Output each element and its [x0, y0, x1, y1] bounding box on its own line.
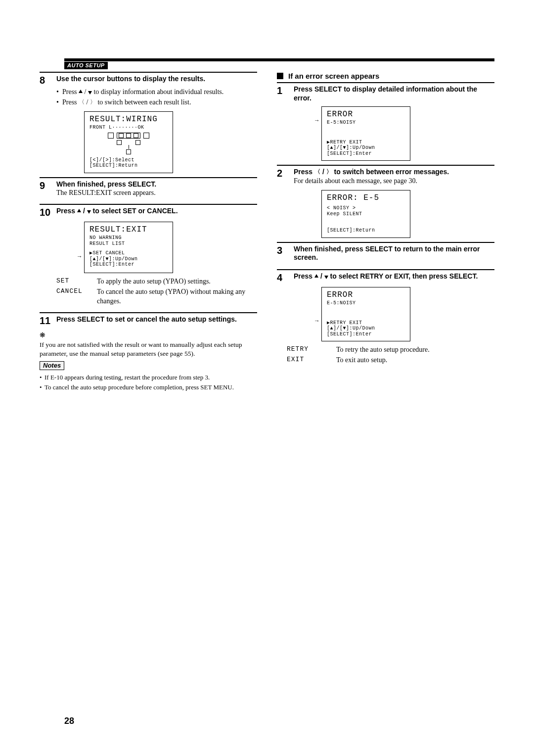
term-desc: To cancel the auto setup (YPAO) without … [97, 287, 257, 306]
left-column: 8 Use the cursor buttons to display the … [40, 72, 257, 392]
speaker-diagram [89, 133, 168, 139]
definitions: RETRY To retry the auto setup procedure.… [287, 345, 494, 365]
step-number: 4 [277, 272, 294, 283]
screen-title: RESULT:WIRING [89, 115, 168, 124]
screen-line: E-5:NOISY [327, 300, 405, 306]
step-body: Press / to display information about ind… [56, 88, 257, 107]
error-step-3: 3 When finished, press SELECT to return … [277, 245, 494, 262]
text: / [85, 98, 90, 106]
step-rule [40, 204, 257, 205]
screen-footer: [SELECT]:Return [327, 228, 405, 234]
screen-title: RESULT:EXIT [89, 225, 168, 234]
screen-title: ERROR [327, 110, 405, 119]
text: / [320, 168, 326, 176]
step-text: For details about each message, see page… [294, 177, 449, 186]
step-rule [40, 72, 257, 73]
step-number: 8 [40, 75, 56, 86]
term: EXIT [287, 356, 336, 365]
left-angle-icon: 〈 [79, 98, 85, 106]
screen-footer: [▲]/[▼]:Up/Down [327, 145, 405, 151]
speaker-icon [135, 140, 140, 145]
text: Press [56, 207, 77, 215]
step-rule [277, 242, 494, 243]
step-number: 2 [277, 168, 294, 179]
left-angle-icon: 〈 [314, 168, 320, 176]
pointer-arrow-icon: → [315, 118, 319, 125]
step-title: Press / to select RETRY or EXIT, then pr… [294, 272, 478, 281]
list-item: If E-10 appears during testing, restart … [40, 373, 257, 382]
text: Press [294, 168, 314, 176]
term-desc: To apply the auto setup (YPAO) settings. [97, 277, 211, 286]
step-title: Press SELECT to set or cancel the auto s… [56, 315, 237, 324]
speaker-diagram-row2 [89, 140, 168, 145]
step-10: 10 Press / to select SET or CANCEL. [40, 207, 257, 218]
step-title: Press 〈 / 〉 to switch between error mess… [294, 168, 449, 177]
screen-error-1: ERROR → E-5:NOISY ▶RETRY EXIT [▲]/[▼]:Up… [321, 106, 410, 161]
step-11: 11 Press SELECT to set or cancel the aut… [40, 315, 257, 326]
down-caret-icon [88, 91, 92, 94]
definitions: SET To apply the auto setup (YPAO) setti… [56, 277, 257, 306]
screen-footer: [▲]/[▼]:Up/Down [89, 256, 168, 262]
term: SET [56, 277, 97, 286]
step-number: 10 [40, 207, 56, 218]
heading-text: If an error screen appears [288, 72, 379, 80]
screen-line: E-5:NOISY [327, 120, 405, 126]
screen-line: Keep SILENT [327, 211, 405, 217]
text: to select RETRY or EXIT, then press SELE… [328, 272, 478, 280]
down-caret-icon [87, 210, 91, 214]
screen-line: ▶SET CANCEL [89, 250, 168, 256]
text: / [81, 207, 87, 215]
pointer-arrow-icon: → [315, 318, 319, 325]
up-caret-icon [314, 274, 318, 278]
pointer-arrow-icon: → [78, 254, 82, 261]
step-rule [277, 165, 494, 166]
page-number: 28 [64, 716, 74, 726]
speaker-icon [117, 140, 122, 145]
screen-line: < NOISY > [327, 205, 405, 211]
speaker-icon [134, 133, 138, 138]
right-angle-icon: 〉 [326, 168, 332, 176]
hint-text: If you are not satisfied with the result… [40, 340, 257, 358]
screen-footer: [SELECT]:Return [89, 163, 168, 169]
list-item: To cancel the auto setup procedure befor… [40, 383, 257, 392]
speaker-icon [119, 133, 124, 138]
error-step-1: 1 Press SELECT to display detailed infor… [277, 85, 494, 102]
error-step-2: 2 Press 〈 / 〉 to switch between error me… [277, 168, 494, 186]
step-number: 11 [40, 315, 56, 326]
step-rule [277, 269, 494, 270]
section-tag: AUTO SETUP [64, 62, 108, 69]
hint-icon: ❋ [40, 331, 45, 339]
speaker-icon [126, 149, 131, 154]
notes-label: Notes [40, 361, 64, 370]
screen-error-detail: ERROR: E-5 < NOISY > Keep SILENT [SELECT… [321, 190, 410, 238]
term-desc: To exit auto setup. [336, 356, 387, 365]
screen-title: ERROR [327, 290, 405, 299]
step-number: 1 [277, 85, 294, 96]
screen-result-exit: RESULT:EXIT NO WARNING RESULT LIST → ▶SE… [84, 222, 173, 273]
step-number: 3 [277, 245, 294, 256]
screen-error-2: ERROR E-5:NOISY → ▶RETRY EXIT [▲]/[▼]:Up… [321, 287, 410, 341]
definition-row: SET To apply the auto setup (YPAO) setti… [56, 277, 257, 286]
screen-footer: [SELECT]:Enter [327, 151, 405, 157]
top-rule [64, 58, 494, 61]
screen-line: NO WARNING [89, 235, 168, 241]
step-rule [40, 177, 257, 178]
step-number: 9 [40, 180, 56, 191]
error-step-4: 4 Press / to select RETRY or EXIT, then … [277, 272, 494, 283]
text: to switch between error messages. [332, 168, 449, 176]
screen-line: RESULT LIST [89, 241, 168, 247]
text: to select SET or CANCEL. [91, 207, 178, 215]
screen-title: ERROR: E-5 [327, 193, 405, 202]
step-title: Press SELECT to display detailed informa… [294, 85, 494, 102]
step-rule [40, 312, 257, 313]
text: to switch between each result list. [96, 98, 191, 106]
step-title: Press / to select SET or CANCEL. [56, 207, 178, 216]
screen-line: ▶RETRY EXIT [327, 320, 405, 326]
text: to display information about individual … [92, 88, 223, 95]
square-bullet-icon [277, 73, 283, 79]
definition-row: EXIT To exit auto setup. [287, 356, 494, 365]
speaker-icon [126, 133, 131, 138]
text: Press [62, 88, 79, 95]
list-item: Press / to display information about ind… [56, 88, 257, 97]
term: CANCEL [56, 287, 97, 306]
